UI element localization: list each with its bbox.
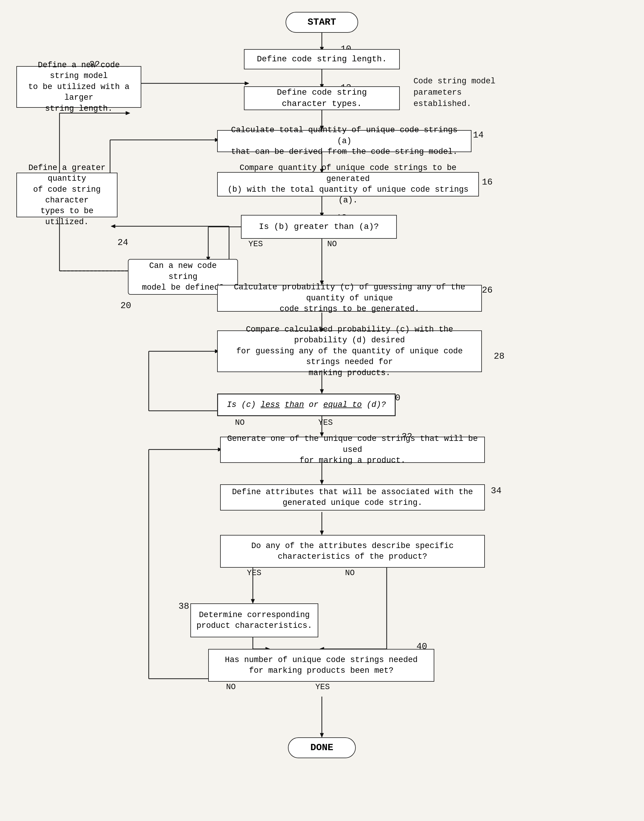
node-32: Generate one of the unique code strings … — [220, 437, 485, 463]
n36-yes-label: YES — [247, 569, 261, 578]
svg-marker-27 — [245, 81, 249, 85]
svg-marker-58 — [320, 733, 324, 737]
node-16: Compare quantity of unique code strings … — [217, 172, 479, 197]
node-12: Define code string character types. — [244, 86, 400, 110]
svg-marker-42 — [320, 531, 324, 535]
num-38: 38 — [178, 601, 189, 612]
num-26: 26 — [482, 285, 492, 295]
start-node: START — [285, 12, 358, 33]
flowchart-diagram: START 10 Define code string length. 12 D… — [0, 0, 644, 821]
n30-yes-label: YES — [318, 418, 333, 427]
node-22: Define a new code string model to be uti… — [16, 66, 141, 108]
node-18: Is (b) greater than (a)? — [241, 215, 397, 239]
n18-no-label: NO — [327, 240, 337, 249]
node-30: Is (c) less than or equal to (d)? — [217, 394, 396, 416]
done-node: DONE — [288, 737, 356, 758]
node-28: Compare calculated probability (c) with … — [217, 331, 482, 372]
n36-no-label: NO — [345, 569, 354, 578]
node-36: Do any of the attributes describe specif… — [220, 535, 485, 568]
num-34: 34 — [491, 486, 501, 496]
side-label: Code string model parameters established… — [414, 76, 515, 109]
n40-no-label: NO — [226, 683, 236, 692]
num-28: 28 — [494, 351, 504, 361]
node-26: Calculate probability (c) of guessing an… — [217, 285, 482, 312]
num-20: 20 — [121, 301, 131, 311]
n40-yes-label: YES — [315, 683, 330, 692]
n18-yes-label: YES — [248, 240, 263, 249]
node-10: Define code string length. — [244, 49, 400, 69]
svg-marker-45 — [251, 599, 255, 603]
num-16: 16 — [482, 177, 492, 187]
n30-no-label: NO — [235, 418, 244, 427]
svg-marker-40 — [320, 480, 324, 484]
node-34: Define attributes that will be associate… — [220, 484, 485, 510]
svg-marker-31 — [320, 389, 324, 394]
num-14: 14 — [473, 130, 484, 140]
node-14: Calculate total quantity of unique code … — [217, 130, 471, 152]
num-24: 24 — [118, 238, 128, 248]
node-40: Has number of unique code strings needed… — [208, 649, 434, 682]
node-38: Determine corresponding product characte… — [190, 603, 318, 637]
node-24: Define a greater quantity of code string… — [16, 173, 118, 217]
